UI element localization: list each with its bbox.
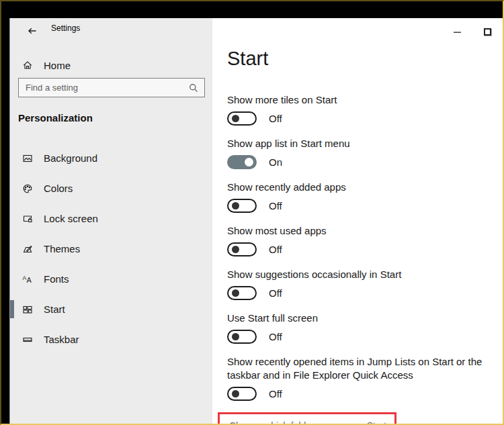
setting-suggestions: Show suggestions occasionally in Start O… [227,268,504,300]
sidebar-item-fonts[interactable]: A A Fonts [10,264,212,294]
toggle-suggestions[interactable] [227,286,257,300]
setting-show-app-list: Show app list in Start menu On [227,137,504,169]
toggle-full-screen[interactable] [227,330,257,344]
toggle-state-label: On [269,156,282,168]
setting-label: Show recently opened items in Jump Lists… [227,355,501,382]
toggle-knob [232,202,239,209]
sidebar-item-label: Home [44,60,71,71]
toggle-knob [232,390,239,397]
sidebar-item-taskbar[interactable]: Taskbar [10,324,212,355]
setting-label: Show most used apps [227,224,501,238]
settings-groups: Show more tiles on Start Off Show app li… [227,93,504,425]
sidebar-item-label: Colors [44,183,73,194]
toggle-recently-added[interactable] [227,199,257,213]
sidebar-item-themes[interactable]: Themes [10,234,212,264]
search-icon [188,83,199,93]
sidebar-titlebar: Settings [10,18,212,48]
setting-label: Show suggestions occasionally in Start [227,268,501,281]
themes-brush-icon [22,244,33,254]
window-controls [442,22,503,42]
sidebar-item-lock-screen[interactable]: Lock screen [10,203,212,234]
red-highlight-box: Choose which folders appear on Start [218,412,396,425]
minimize-icon [454,32,461,33]
image-icon [22,153,33,164]
search-box[interactable] [18,78,205,97]
setting-label: Show more tiles on Start [227,93,501,107]
setting-label: Show recently added apps [227,181,501,194]
toggle-show-more-tiles[interactable] [227,111,257,126]
toggle-show-app-list[interactable] [227,155,257,169]
sidebar-item-home[interactable]: Home [10,53,212,77]
toggle-state-label: Off [269,388,282,399]
sidebar-nav-list: Background Colors [10,143,212,355]
toggle-knob [232,333,239,340]
toggle-state-label: Off [269,287,282,299]
setting-jump-lists: Show recently opened items in Jump Lists… [227,355,504,401]
sidebar-item-label: Background [44,152,97,164]
setting-label: Show app list in Start menu [227,137,501,150]
toggle-knob [232,115,239,122]
toggle-most-used[interactable] [227,242,257,256]
fonts-aa-icon: A A [22,274,33,285]
toggle-jump-lists[interactable] [227,387,257,401]
toggle-knob [232,289,239,297]
search-input[interactable] [26,83,188,93]
setting-most-used: Show most used apps Off [227,224,504,256]
maximize-icon [484,28,491,36]
toggle-state-label: Off [269,113,282,124]
minimize-button[interactable] [442,22,472,42]
setting-show-more-tiles: Show more tiles on Start Off [227,93,504,126]
setting-recently-added: Show recently added apps Off [227,181,504,213]
sidebar: Settings Home Personalization [10,18,212,424]
toggle-state-label: Off [269,331,282,342]
selection-indicator [10,300,14,318]
toggle-knob [245,158,253,167]
back-button[interactable] [24,22,41,40]
start-tiles-icon [22,304,33,315]
main-pane: Start Show more tiles on Start Off Show … [212,18,503,424]
toggle-state-label: Off [269,200,282,211]
sidebar-item-label: Taskbar [44,334,79,345]
section-title-personalization: Personalization [18,112,93,124]
setting-full-screen: Use Start full screen Off [227,312,504,344]
choose-folders-link[interactable]: Choose which folders appear on Start [229,420,386,425]
back-arrow-icon [27,26,38,36]
sidebar-item-colors[interactable]: Colors [10,173,212,203]
sidebar-item-background[interactable]: Background [10,143,212,173]
sidebar-item-label: Themes [44,243,80,254]
maximize-button[interactable] [472,22,503,42]
setting-label: Use Start full screen [227,312,501,325]
sidebar-item-label: Start [44,303,65,315]
taskbar-icon [22,334,33,345]
app-title: Settings [51,23,80,33]
svg-text:A: A [27,276,32,284]
page-title: Start [227,48,268,70]
sidebar-item-start[interactable]: Start [10,294,212,324]
palette-icon [22,183,33,194]
toggle-state-label: Off [269,244,282,255]
sidebar-item-label: Lock screen [44,213,98,224]
home-icon [22,60,33,70]
toggle-knob [232,246,239,253]
lock-screen-icon [22,214,33,224]
sidebar-item-label: Fonts [44,273,69,285]
settings-window: Settings Home Personalization [9,18,503,424]
